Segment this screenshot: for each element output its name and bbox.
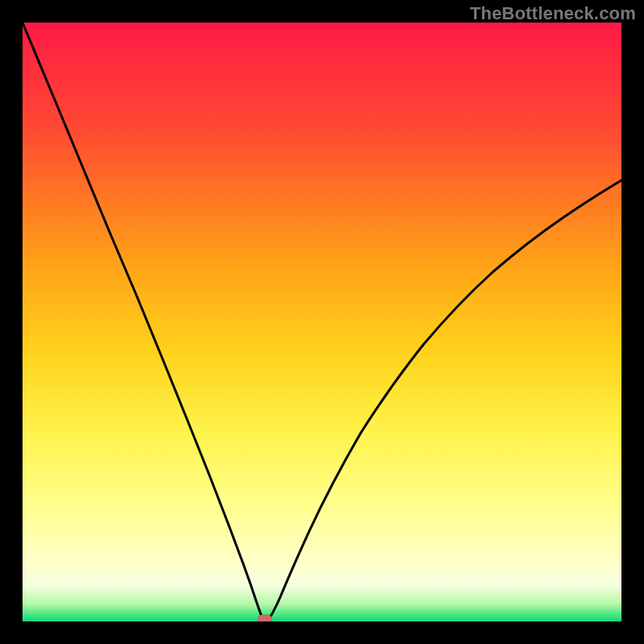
bottleneck-marker — [258, 615, 272, 621]
curve-svg — [23, 23, 621, 621]
chart-frame: TheBottleneck.com — [0, 0, 644, 644]
bottleneck-curve-left — [23, 23, 269, 619]
plot-area — [23, 23, 621, 621]
watermark-text: TheBottleneck.com — [470, 3, 636, 24]
bottleneck-curve-right — [269, 180, 621, 619]
